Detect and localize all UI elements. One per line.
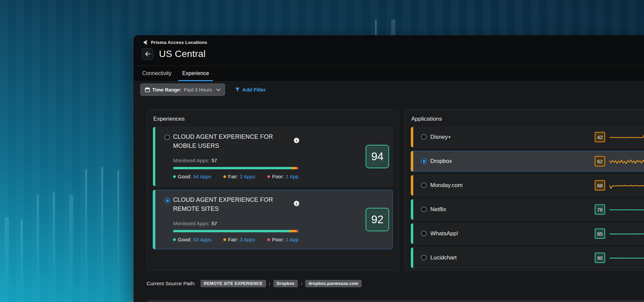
application-name: Lucidchart	[430, 248, 457, 268]
background-trace-line	[37, 194, 39, 302]
background-trace-line	[53, 192, 55, 302]
legend-fair-value[interactable]: 3 Apps	[240, 237, 255, 242]
radio-button[interactable]	[421, 255, 427, 260]
legend-poor-value[interactable]: 1 App	[286, 174, 299, 179]
legend-good-label: Good:	[178, 174, 192, 179]
window-header: Prisma Access Locations US Central	[133, 35, 644, 66]
current-source-path: Current Source Path: REMOTE SITE EXPERIE…	[147, 279, 362, 288]
source-path-segment[interactable]: Dropbox	[273, 280, 298, 287]
application-row[interactable]: Disney+42	[411, 127, 644, 147]
poor-segment	[296, 230, 298, 232]
experience-score-badge: 94	[366, 145, 389, 168]
monitored-apps: Monitored Apps:57	[173, 158, 217, 163]
good-segment	[173, 230, 289, 232]
application-score-badge: 62	[595, 156, 605, 167]
row-status-stripe	[411, 248, 413, 268]
time-range-label: Time Range:	[152, 87, 181, 93]
add-filter-button[interactable]: Add Filter	[235, 87, 266, 93]
application-row[interactable]: Monday.com68	[411, 175, 644, 196]
experiences-panel: Experiences CLOUD AGENT EXPERIENCE FOR M…	[147, 109, 399, 270]
row-status-stripe	[411, 199, 413, 220]
app-window: Prisma Access Locations US Central Conne…	[133, 35, 644, 302]
experience-title: CLOUD AGENT EXPERIENCE FOR REMOTE SITES	[173, 195, 286, 214]
tab-bar: Connectivity Experience	[133, 66, 644, 81]
legend-poor-value[interactable]: 1 App	[286, 237, 299, 242]
tab-connectivity[interactable]: Connectivity	[137, 66, 177, 81]
legend-good-value[interactable]: 54 Apps	[193, 174, 211, 179]
application-score-badge: 90	[595, 253, 605, 263]
score-sparkline	[609, 131, 644, 143]
legend-good: Good:53 Apps	[173, 237, 211, 242]
app-health-bar	[173, 230, 298, 232]
radio-button[interactable]	[421, 206, 427, 212]
radio-button[interactable]	[421, 182, 427, 188]
good-dot	[173, 238, 176, 241]
legend-poor-label: Poor:	[272, 174, 284, 179]
poor-segment	[296, 167, 298, 169]
good-segment	[173, 167, 291, 169]
health-legend: Good:54 AppsFair:2 AppsPoor:1 App	[173, 174, 299, 179]
radio-button[interactable]	[421, 134, 427, 140]
info-icon[interactable]: i	[294, 201, 299, 206]
experience-card[interactable]: CLOUD AGENT EXPERIENCE FOR MOBILE USERSi…	[153, 127, 393, 186]
legend-poor-label: Poor:	[272, 237, 284, 242]
experience-title: CLOUD AGENT EXPERIENCE FOR MOBILE USERS	[173, 132, 286, 150]
radio-button[interactable]	[164, 197, 170, 203]
content-area: Time Range: Past 3 Hours Add Filter Expe…	[133, 81, 644, 302]
monitored-apps: Monitored Apps:57	[173, 221, 217, 226]
application-name: Disney+	[430, 127, 451, 147]
path-separator: /	[301, 281, 302, 286]
fair-dot	[223, 175, 226, 178]
legend-fair-label: Fair:	[228, 174, 238, 179]
application-row[interactable]: WhatsApp!85	[411, 223, 644, 244]
radio-button[interactable]	[164, 134, 170, 140]
path-separator: /	[269, 281, 270, 286]
legend-poor: Poor:1 App	[267, 174, 299, 179]
monitored-apps-value: 57	[211, 158, 217, 163]
experience-card[interactable]: CLOUD AGENT EXPERIENCE FOR REMOTE SITESi…	[153, 190, 393, 249]
good-dot	[173, 175, 176, 178]
source-path-segment[interactable]: REMOTE SITE EXPERIENCE	[201, 280, 266, 287]
source-path-segment[interactable]: dropbox.panwsase.com	[305, 280, 362, 287]
legend-good-value[interactable]: 53 Apps	[193, 237, 211, 242]
page-title: US Central	[159, 49, 206, 59]
application-row[interactable]: Dropbox62	[411, 151, 644, 172]
poor-dot	[267, 238, 270, 241]
row-status-stripe	[411, 151, 413, 171]
legend-good: Good:54 Apps	[173, 174, 211, 179]
radio-button[interactable]	[421, 231, 427, 236]
calendar-icon	[145, 87, 150, 92]
application-row[interactable]: Netflix76	[411, 199, 644, 220]
tab-experience[interactable]: Experience	[177, 66, 214, 81]
back-button[interactable]	[142, 48, 153, 60]
chevron-down-icon	[216, 88, 220, 91]
monitored-apps-value: 57	[211, 221, 217, 226]
monitored-apps-label: Monitored Apps:	[173, 158, 209, 163]
applications-panel-title: Applications	[411, 116, 644, 122]
experience-score-badge: 92	[366, 208, 389, 231]
radio-dot	[423, 160, 425, 163]
background-trace-line	[117, 170, 119, 302]
application-name: Netflix	[430, 199, 446, 220]
application-row[interactable]: Lucidchart90	[411, 247, 644, 268]
filter-row: Time Range: Past 3 Hours Add Filter	[140, 83, 266, 96]
experiences-panel-title: Experiences	[153, 116, 393, 122]
legend-poor: Poor:1 App	[267, 237, 299, 242]
app-title: Prisma Access Locations	[151, 40, 207, 45]
info-icon[interactable]: i	[294, 138, 299, 143]
fair-segment	[291, 167, 296, 169]
monitored-apps-label: Monitored Apps:	[173, 221, 209, 226]
background-trace-line	[85, 169, 87, 302]
legend-fair: Fair:2 Apps	[223, 174, 255, 179]
score-sparkline	[609, 179, 644, 191]
prisma-access-logo-icon	[142, 40, 148, 45]
application-score-badge: 68	[595, 180, 605, 191]
background-trace-line	[5, 217, 9, 302]
radio-button[interactable]	[421, 158, 427, 164]
background-trace-line	[69, 195, 73, 302]
time-range-filter[interactable]: Time Range: Past 3 Hours	[140, 83, 225, 96]
legend-fair-label: Fair:	[228, 237, 238, 242]
fair-segment	[289, 230, 296, 232]
legend-fair-value[interactable]: 2 Apps	[240, 174, 255, 179]
row-status-stripe	[411, 127, 413, 147]
